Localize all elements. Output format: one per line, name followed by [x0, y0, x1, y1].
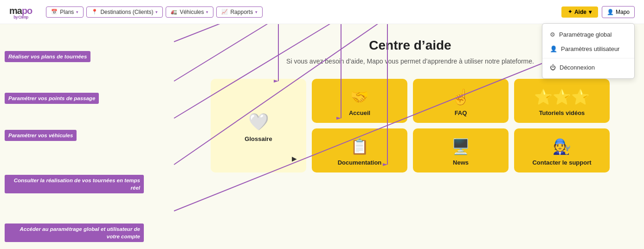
heart-icon: 🤍 — [248, 112, 269, 132]
annotation-rapports: Consulter la réalisation de vos tournées… — [5, 175, 144, 193]
dropdown-item1-label: Paramétrage global — [559, 31, 612, 38]
mapo-user-button[interactable]: 👤 Mapo — [602, 6, 635, 18]
calendar-icon: 📅 — [51, 9, 58, 15]
rapports-label: Rapports — [230, 9, 253, 15]
dropdown-item3-label: Déconnexion — [560, 64, 595, 71]
navbar: mapo by Crimp 📅 Plans ▾ 📍 Destinations (… — [0, 0, 644, 24]
plans-label: Plans — [60, 9, 74, 15]
card-support-label: Contacter le support — [532, 159, 591, 166]
logout-icon: ⏻ — [550, 64, 556, 71]
cursor-icon: ▶ — [292, 155, 297, 162]
dropdown-item2-label: Paramètres utilisateur — [561, 45, 619, 52]
card-glossaire[interactable]: 🤍 Glossaire ▶ — [211, 79, 306, 172]
card-support[interactable]: 🧑‍🔧 Contacter le support — [514, 128, 610, 172]
vehicules-label: Véhicules — [180, 9, 204, 15]
vehicules-caret: ▾ — [206, 10, 208, 14]
chart-icon: 📈 — [221, 9, 228, 15]
annotation-vehicules: Paramétrer vos véhicules — [5, 130, 77, 141]
doc-icon: 📋 — [350, 138, 369, 155]
card-faq-label: FAQ — [455, 109, 467, 116]
card-accueil[interactable]: 🤝 Accueil — [312, 79, 407, 123]
logo: mapo by Crimp — [9, 5, 32, 19]
nav-right: ✦ Aide ▾ 👤 Mapo — [561, 6, 635, 18]
card-tutoriels-label: Tutoriels vidéos — [539, 109, 585, 116]
dropdown-item-deconnexion[interactable]: ⏻ Déconnexion — [542, 60, 634, 75]
card-news-label: News — [453, 159, 469, 166]
dropdown-item-utilisateur[interactable]: 👤 Paramètres utilisateur — [542, 42, 634, 56]
star-icon: ✦ — [568, 9, 572, 15]
annotation-global: Accéder au paramétrage global et utilisa… — [5, 223, 144, 242]
handshake-icon: 🤝 — [350, 88, 369, 106]
user-settings-icon: 👤 — [550, 45, 557, 52]
card-faq[interactable]: ☝️ FAQ — [413, 79, 509, 123]
support-icon: 🧑‍🔧 — [553, 138, 571, 155]
help-center-subtitle: Si vous avez besoin d’aide, Mapo vous pe… — [286, 57, 534, 65]
annotation-plans: Réaliser vos plans de tournées — [5, 51, 90, 62]
settings-icon: ⚙ — [550, 31, 555, 38]
plans-caret: ▾ — [76, 10, 78, 14]
user-icon: 👤 — [607, 9, 614, 15]
rapports-button[interactable]: 📈 Rapports ▾ — [216, 6, 263, 18]
aide-label: Aide — [574, 9, 586, 15]
truck-icon: 🚛 — [171, 9, 177, 15]
vehicules-button[interactable]: 🚛 Véhicules ▾ — [166, 6, 213, 18]
logo-text: mapo — [9, 6, 32, 16]
stars-icon: ⭐⭐⭐ — [534, 88, 590, 106]
cards-grid: 🤝 Accueil ☝️ FAQ 🤍 Glossaire ▶ ⭐⭐⭐ Tutor… — [211, 79, 610, 172]
destinations-button[interactable]: 📍 Destinations (Clients) ▾ — [86, 6, 163, 18]
dropdown-divider — [542, 58, 634, 58]
annotations-panel: Réaliser vos plans de tournées Paramétre… — [0, 24, 176, 249]
card-documentation-label: Documentation — [338, 159, 382, 166]
mapo-user-label: Mapo — [616, 9, 630, 15]
help-center-title: Centre d’aide — [369, 38, 451, 53]
card-tutoriels[interactable]: ⭐⭐⭐ Tutoriels vidéos — [514, 79, 610, 123]
aide-caret: ▾ — [589, 9, 592, 15]
card-accueil-label: Accueil — [349, 109, 370, 116]
card-glossaire-label: Glossaire — [245, 135, 272, 142]
location-icon: 📍 — [91, 9, 98, 15]
rapports-caret: ▾ — [255, 10, 258, 14]
card-news[interactable]: 🖥️ News — [413, 128, 509, 172]
destinations-caret: ▾ — [155, 10, 158, 14]
news-icon: 🖥️ — [451, 138, 470, 155]
dropdown-menu: ⚙ Paramétrage global 👤 Paramètres utilis… — [542, 23, 635, 79]
annotation-destinations: Paramétrer vos points de passage — [5, 93, 99, 104]
dropdown-item-parametrage[interactable]: ⚙ Paramétrage global — [542, 27, 634, 42]
finger-icon: ☝️ — [451, 88, 470, 106]
plans-button[interactable]: 📅 Plans ▾ — [46, 6, 84, 18]
nav-items: 📅 Plans ▾ 📍 Destinations (Clients) ▾ 🚛 V… — [46, 6, 561, 18]
aide-button[interactable]: ✦ Aide ▾ — [561, 6, 598, 18]
destinations-label: Destinations (Clients) — [100, 9, 153, 15]
card-documentation[interactable]: 📋 Documentation — [312, 128, 407, 172]
